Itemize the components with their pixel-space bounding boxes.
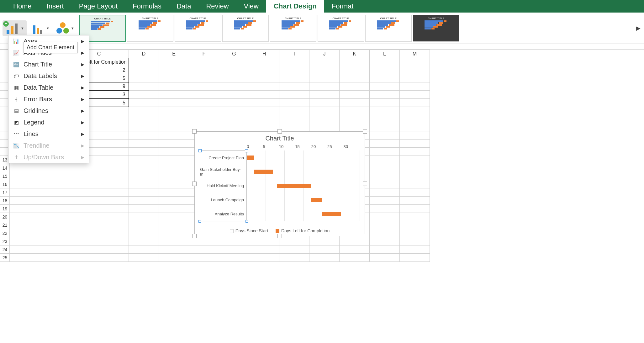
bar-segment-duration[interactable] [277, 184, 311, 188]
cell[interactable] [309, 254, 340, 262]
chart-x-axis[interactable]: 051015202530 [247, 144, 360, 150]
cell[interactable] [69, 237, 129, 245]
cell[interactable] [189, 91, 219, 99]
col-header[interactable]: L [370, 50, 400, 58]
cell[interactable] [10, 237, 69, 245]
cell[interactable] [159, 140, 189, 148]
cell[interactable] [340, 99, 370, 107]
tab-page-layout[interactable]: Page Layout [71, 0, 125, 13]
cell[interactable] [159, 221, 189, 229]
chart-style-thumb-2[interactable]: CHART TITLE [127, 15, 173, 42]
cell[interactable] [370, 197, 400, 205]
cell[interactable] [340, 91, 370, 99]
cell[interactable] [189, 58, 219, 66]
cell[interactable] [309, 237, 340, 245]
cell[interactable] [279, 237, 309, 245]
cell[interactable] [249, 66, 279, 74]
cell[interactable] [159, 213, 189, 221]
menu-item-legend[interactable]: ◩Legend▶ [8, 117, 89, 128]
chart-plot-area[interactable]: 051015202530 Create Project PlanGain Sta… [200, 144, 360, 221]
cell[interactable] [159, 245, 189, 254]
menu-item-chart-title[interactable]: 🔤Chart Title▶ [8, 59, 89, 70]
cell[interactable] [309, 123, 340, 131]
cell[interactable] [249, 58, 279, 66]
cell[interactable] [129, 188, 159, 197]
cell[interactable] [249, 115, 279, 123]
add-chart-element-button[interactable]: + ▼ [3, 20, 27, 36]
cell[interactable] [159, 156, 189, 164]
legend-entry-2[interactable]: Days Left for Completion [276, 228, 330, 233]
row-header[interactable]: 20 [0, 213, 10, 221]
change-colors-button[interactable]: ▼ [55, 21, 76, 35]
cell[interactable] [129, 82, 159, 91]
cell[interactable] [189, 254, 219, 262]
cell[interactable] [309, 99, 340, 107]
cell[interactable] [370, 131, 400, 140]
chart-style-thumb-7[interactable]: CHART TITLE [365, 15, 412, 42]
chart-legend[interactable]: Days Since Start Days Left for Completio… [195, 228, 365, 233]
cell[interactable] [10, 188, 69, 197]
chart-grid-area[interactable] [247, 150, 360, 221]
bar-segment-duration[interactable] [247, 156, 254, 160]
cell[interactable] [249, 245, 279, 254]
cell[interactable] [10, 254, 69, 262]
cell[interactable] [279, 107, 309, 115]
bar-segment-duration[interactable] [311, 198, 322, 202]
cell[interactable] [69, 197, 129, 205]
cell[interactable] [309, 66, 340, 74]
resize-handle[interactable] [277, 129, 282, 134]
cell[interactable] [219, 123, 249, 131]
cell[interactable] [69, 180, 129, 188]
tab-view[interactable]: View [236, 0, 266, 13]
cell[interactable] [219, 91, 249, 99]
cell[interactable] [370, 237, 400, 245]
bar-segment-start[interactable] [247, 184, 277, 188]
cell[interactable] [370, 115, 400, 123]
cell[interactable] [400, 99, 430, 107]
cell[interactable] [69, 164, 129, 172]
cell[interactable] [249, 107, 279, 115]
cell[interactable] [129, 66, 159, 74]
cell[interactable] [129, 115, 159, 123]
row-header[interactable]: 22 [0, 229, 10, 237]
cell[interactable] [340, 58, 370, 66]
cell[interactable] [370, 99, 400, 107]
cell[interactable] [309, 107, 340, 115]
chart-style-thumb-4[interactable]: CHART TITLE [222, 15, 269, 42]
category-label[interactable]: Hold Kickoff Meeting [200, 179, 246, 193]
cell[interactable] [309, 74, 340, 82]
resize-handle[interactable] [363, 129, 367, 134]
cell[interactable] [279, 245, 309, 254]
bar-segment-start[interactable] [247, 212, 322, 216]
cell[interactable] [370, 107, 400, 115]
cell[interactable] [129, 205, 159, 213]
cell[interactable] [129, 74, 159, 82]
bar-row[interactable] [247, 150, 360, 165]
cell[interactable] [400, 140, 430, 148]
cell[interactable] [279, 123, 309, 131]
col-header[interactable]: E [159, 50, 189, 58]
cell[interactable] [279, 99, 309, 107]
cell[interactable] [340, 74, 370, 82]
cell[interactable] [159, 107, 189, 115]
cell[interactable] [340, 82, 370, 91]
bar-row[interactable] [247, 165, 360, 179]
quick-layout-button[interactable]: ▼ [30, 21, 51, 35]
cell[interactable] [279, 115, 309, 123]
cell[interactable] [10, 164, 69, 172]
cell[interactable] [279, 66, 309, 74]
col-header[interactable]: J [309, 50, 340, 58]
cell[interactable] [370, 205, 400, 213]
cell[interactable] [159, 254, 189, 262]
cell[interactable] [400, 58, 430, 66]
category-label[interactable]: Launch Campaign [200, 193, 246, 207]
cell[interactable] [400, 156, 430, 164]
tab-chart-design[interactable]: Chart Design [266, 0, 324, 13]
cell[interactable] [159, 58, 189, 66]
cell[interactable] [400, 148, 430, 156]
menu-item-error-bars[interactable]: ⟊Error Bars▶ [8, 93, 89, 105]
row-header[interactable]: 25 [0, 254, 10, 262]
sheet-area[interactable]: BCDEFGHIJKLMe StartDays Left for Complet… [0, 50, 644, 343]
cell[interactable] [279, 254, 309, 262]
cell[interactable] [340, 115, 370, 123]
